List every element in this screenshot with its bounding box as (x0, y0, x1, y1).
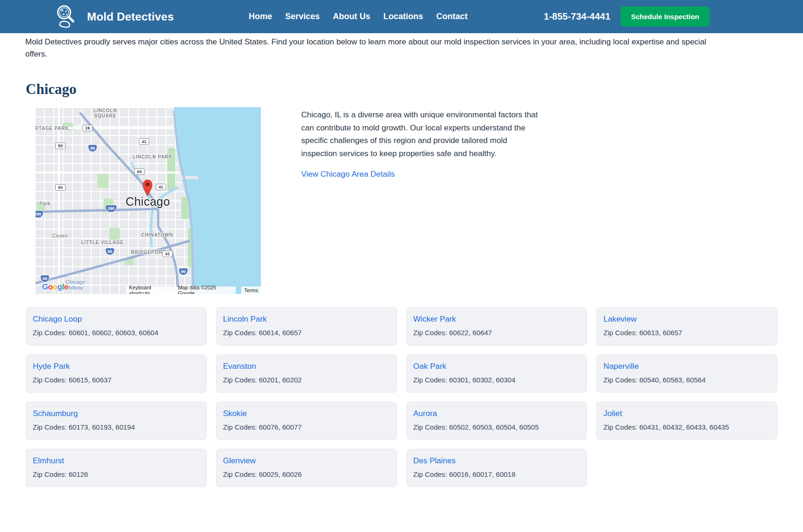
grant-park-green (181, 197, 189, 219)
route-shield-50: 50 (55, 184, 65, 191)
area-zip-codes: Zip Codes: 60622, 60647 (413, 329, 579, 337)
park-area (109, 228, 120, 240)
city-info: Chicago, IL is a diverse area with uniqu… (301, 107, 540, 294)
route-shield-41: 41 (162, 251, 173, 257)
area-zip-codes: Zip Codes: 60615, 60637 (33, 376, 198, 384)
route-shield-19: 19 (82, 125, 93, 131)
site-header: Mold Detectives Home Services About Us L… (0, 0, 803, 33)
area-card-aurora: Aurora Zip Codes: 60502, 60503, 60504, 6… (406, 402, 587, 440)
nav-contact[interactable]: Contact (436, 12, 468, 22)
area-card-chicago-loop: Chicago Loop Zip Codes: 60601, 60602, 60… (26, 307, 207, 345)
area-card-joliet: Joliet Zip Codes: 60431, 60432, 60433, 6… (596, 402, 777, 440)
google-logo: Google (42, 282, 68, 292)
main-content: Mold Detectives proudly serves major cit… (0, 36, 803, 487)
nav-home[interactable]: Home (249, 12, 272, 22)
schedule-inspection-button[interactable]: Schedule Inspection (621, 7, 709, 27)
area-zip-codes: Zip Codes: 60614, 60657 (223, 329, 388, 337)
route-shield-41: 41 (139, 138, 149, 145)
area-card-des-plaines: Des Plaines Zip Codes: 60016, 60017, 600… (406, 449, 587, 487)
area-card-schaumburg: Schaumburg Zip Codes: 60173, 60193, 6019… (26, 402, 207, 440)
area-link[interactable]: Wicker Park (413, 315, 456, 324)
nav-services[interactable]: Services (285, 12, 320, 22)
map-label-lincoln-park: LINCOLN PARK (129, 154, 176, 159)
area-link[interactable]: Naperville (603, 362, 639, 371)
google-logo-letter: e (64, 282, 68, 292)
intro-paragraph: Mold Detectives proudly serves major cit… (25, 36, 713, 60)
eisenhower-expressway (36, 209, 158, 212)
area-card-evanston: Evanston Zip Codes: 60201, 60202 (216, 354, 397, 393)
brand-logo-magnifier-icon (52, 2, 81, 31)
area-zip-codes: Zip Codes: 60301, 60302, 60304 (413, 376, 579, 384)
map-attribution-bar: Keyboard shortcuts Map data ©2025 Google… (126, 287, 261, 294)
google-logo-letter: G (42, 282, 48, 292)
google-logo-letter: o (48, 282, 53, 292)
phone-number[interactable]: 1-855-734-4441 (544, 11, 610, 22)
map-label-portage-park: PORTAGE PARK (36, 126, 74, 131)
map-pin[interactable] (141, 178, 154, 197)
area-card-elmhurst: Elmhurst Zip Codes: 60126 (26, 449, 207, 487)
brand[interactable]: Mold Detectives (52, 2, 174, 31)
area-link[interactable]: Lakeview (603, 315, 637, 324)
google-map[interactable]: LINCOLN SQUARE PORTAGE PARK LINCOLN PARK… (36, 107, 261, 294)
area-link[interactable]: Chicago Loop (33, 315, 82, 324)
route-shield-64: 64 (134, 168, 145, 175)
route-shield-41: 41 (156, 184, 166, 190)
city-heading: Chicago (26, 81, 803, 98)
area-zip-codes: Zip Codes: 60025, 60026 (223, 470, 388, 478)
area-card-skokie: Skokie Zip Codes: 60076, 60077 (216, 402, 397, 440)
area-zip-codes: Zip Codes: 60601, 60602, 60603, 60604 (33, 329, 198, 337)
area-card-oak-park: Oak Park Zip Codes: 60301, 60302, 60304 (406, 354, 587, 393)
map-data-attribution: Map data ©2025 Google (175, 287, 236, 294)
area-link[interactable]: Des Plaines (413, 456, 456, 466)
main-nav: Home Services About Us Locations Contact (249, 12, 468, 22)
park-area (97, 174, 109, 188)
area-link[interactable]: Elmhurst (33, 456, 64, 466)
nav-locations[interactable]: Locations (383, 12, 423, 22)
area-link[interactable]: Aurora (413, 409, 437, 418)
area-link[interactable]: Glenview (223, 456, 256, 466)
route-shield-50: 50 (55, 143, 65, 149)
nav-about-us[interactable]: About Us (333, 12, 370, 22)
area-card-wicker-park: Wicker Park Zip Codes: 60622, 60647 (406, 307, 587, 345)
area-zip-codes: Zip Codes: 60540, 60563, 60564 (603, 376, 768, 384)
area-card-glenview: Glenview Zip Codes: 60025, 60026 (216, 449, 397, 487)
city-description: Chicago, IL is a diverse area with uniqu… (301, 108, 540, 160)
area-link[interactable]: Lincoln Park (223, 315, 267, 324)
area-zip-codes: Zip Codes: 60076, 60077 (223, 423, 388, 431)
area-card-lakeview: Lakeview Zip Codes: 60613, 60657 (596, 307, 777, 345)
terms-link[interactable]: Terms (241, 287, 261, 294)
area-zip-codes: Zip Codes: 60502, 60503, 60504, 60505 (413, 423, 579, 431)
area-grid: Chicago Loop Zip Codes: 60601, 60602, 60… (26, 307, 777, 487)
area-link[interactable]: Schaumburg (33, 409, 78, 418)
city-section: LINCOLN SQUARE PORTAGE PARK LINCOLN PARK… (0, 107, 803, 294)
view-city-details-link[interactable]: View Chicago Area Details (301, 170, 395, 179)
google-logo-letter: o (53, 282, 58, 292)
map-label-chinatown: CHINATOWN (137, 232, 177, 237)
area-link[interactable]: Evanston (223, 362, 256, 371)
brand-name: Mold Detectives (87, 10, 174, 23)
area-link[interactable]: Joliet (603, 409, 622, 418)
area-link[interactable]: Skokie (223, 409, 247, 418)
area-link[interactable]: Hyde Park (33, 362, 70, 371)
area-zip-codes: Zip Codes: 60613, 60657 (603, 329, 768, 337)
area-zip-codes: Zip Codes: 60016, 60017, 60018 (413, 470, 579, 478)
area-zip-codes: Zip Codes: 60173, 60193, 60194 (33, 423, 198, 431)
map-label-chicago-midway: Chicago Midway (65, 279, 98, 290)
interstate-shield-290: 290 (105, 205, 117, 212)
area-card-lincoln-park: Lincoln Park Zip Codes: 60614, 60657 (216, 307, 397, 345)
google-logo-letter: g (58, 282, 62, 292)
navy-pier (179, 176, 198, 179)
area-card-naperville: Naperville Zip Codes: 60540, 60563, 6056… (596, 354, 777, 393)
area-zip-codes: Zip Codes: 60431, 60432, 60433, 60435 (603, 423, 768, 431)
map-label-park: Park (36, 201, 53, 206)
keyboard-shortcuts-button[interactable]: Keyboard shortcuts (126, 287, 175, 294)
area-zip-codes: Zip Codes: 60126 (33, 470, 198, 478)
map-label-little-village: LITTLE VILLAGE (77, 240, 128, 245)
area-link[interactable]: Oak Park (413, 362, 447, 371)
area-card-hyde-park: Hyde Park Zip Codes: 60615, 60637 (26, 354, 207, 393)
map-label-lincoln-square: LINCOLN SQUARE (91, 108, 120, 118)
map-city-label: Chicago (120, 195, 176, 208)
area-zip-codes: Zip Codes: 60201, 60202 (223, 376, 388, 384)
map-label-cicero: Cicero (49, 233, 71, 238)
